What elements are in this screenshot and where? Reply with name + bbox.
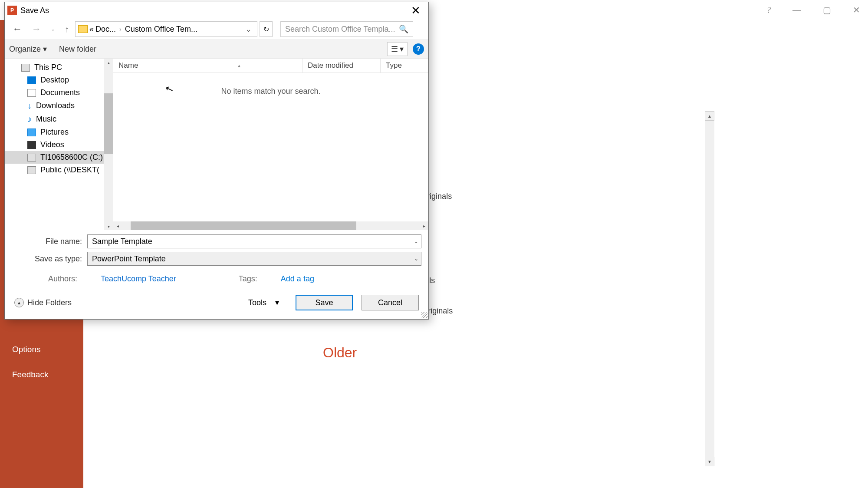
tree-label: Music: [36, 115, 56, 124]
sidebar-item-options[interactable]: Options: [0, 337, 83, 362]
help-icon[interactable]: ?: [762, 3, 775, 18]
screen: tion - PowerPoint ? — ▢ ✕ TeachUcomp Tea…: [0, 0, 868, 488]
cancel-button[interactable]: Cancel: [362, 295, 419, 310]
dialog-toolbar: Organize ▾ New folder ☰ ▾ ?: [5, 40, 428, 59]
save-type-row: Save as type: PowerPoint Template ⌄: [20, 252, 421, 266]
music-icon: ♪: [27, 114, 32, 124]
chevron-down-icon[interactable]: ⌄: [414, 238, 418, 244]
scroll-up-icon[interactable]: ▴: [104, 59, 113, 66]
sidebar-item-feedback[interactable]: Feedback: [0, 362, 83, 387]
breadcrumb-part-2[interactable]: Custom Office Tem...: [125, 25, 197, 34]
scroll-left-icon[interactable]: ◂: [113, 224, 122, 228]
search-icon[interactable]: 🔍: [399, 24, 408, 34]
tree-label: Public (\\DESKT(: [40, 165, 99, 175]
chevron-down-icon[interactable]: ⌄: [414, 256, 418, 262]
empty-message: No items match your search.: [113, 73, 428, 110]
refresh-button[interactable]: ↻: [260, 21, 273, 37]
col-header-type[interactable]: Type: [381, 59, 428, 73]
videos-icon: [27, 141, 36, 149]
tools-dropdown[interactable]: Tools ▾: [240, 295, 287, 310]
chevron-down-icon: ▾: [275, 298, 279, 307]
col-header-name[interactable]: Name ▴: [113, 59, 302, 73]
pictures-icon: [27, 129, 36, 136]
scroll-down-icon[interactable]: ▼: [705, 457, 714, 466]
powerpoint-icon: P: [7, 6, 17, 15]
pc-icon: [21, 64, 30, 72]
organize-button[interactable]: Organize ▾: [9, 44, 47, 54]
nav-back-button[interactable]: ←: [9, 22, 26, 36]
tree-item-videos[interactable]: Videos: [5, 138, 113, 151]
tree-item-documents[interactable]: Documents: [5, 86, 113, 99]
sort-ascending-icon: ▴: [238, 63, 240, 69]
nav-forward-button[interactable]: →: [28, 22, 45, 36]
drive-icon: [27, 154, 36, 162]
view-mode-button[interactable]: ☰ ▾: [387, 42, 408, 56]
authors-label: Authors:: [48, 274, 77, 284]
save-type-select[interactable]: PowerPoint Template ⌄: [87, 252, 421, 266]
col-header-date[interactable]: Date modified: [302, 59, 381, 73]
tree-item-network-public[interactable]: Public (\\DESKT( ⌄: [5, 164, 113, 176]
folder-tree[interactable]: This PC Desktop Documents ↓ Downloads ♪ …: [5, 59, 113, 230]
scroll-up-icon[interactable]: ▲: [705, 111, 714, 121]
tree-item-pictures[interactable]: Pictures: [5, 126, 113, 138]
window-controls: ? — ▢ ✕: [762, 2, 865, 18]
dialog-close-button[interactable]: ✕: [406, 4, 426, 17]
nav-up-button[interactable]: ↑: [61, 23, 72, 36]
address-bar[interactable]: « Doc... › Custom Office Tem... ⌄: [75, 21, 257, 37]
chevron-right-icon: ›: [118, 26, 123, 33]
scroll-down-icon[interactable]: ▾: [104, 222, 113, 230]
tree-scrollbar[interactable]: ▴ ▾: [104, 59, 113, 230]
search-placeholder: Search Custom Office Templa...: [285, 25, 395, 34]
file-name-input[interactable]: Sample Template ⌄: [87, 234, 421, 248]
dialog-title: Save As: [20, 6, 49, 15]
breadcrumb-part-1[interactable]: Doc...: [95, 25, 116, 34]
scrollbar-vertical[interactable]: ▲ ▼: [705, 111, 714, 466]
search-input[interactable]: Search Custom Office Templa... 🔍: [280, 21, 413, 37]
tree-item-music[interactable]: ♪ Music: [5, 112, 113, 126]
scrollbar-thumb[interactable]: [131, 221, 356, 230]
save-button[interactable]: Save: [296, 295, 353, 310]
list-hscrollbar[interactable]: ◂ ▸: [113, 221, 428, 230]
save-type-label: Save as type:: [20, 254, 87, 264]
list-view-icon: ☰: [391, 44, 398, 54]
tree-label: Downloads: [36, 101, 75, 110]
nav-history-dropdown[interactable]: ⌄: [47, 24, 59, 34]
minimize-button[interactable]: —: [788, 3, 806, 18]
tree-label: TI10658600C (C:): [40, 153, 103, 162]
tags-label: Tags:: [239, 274, 257, 284]
dialog-navbar: ← → ⌄ ↑ « Doc... › Custom Office Tem... …: [5, 19, 428, 40]
new-folder-button[interactable]: New folder: [59, 45, 96, 54]
downloads-icon: ↓: [27, 101, 32, 111]
scrollbar-thumb[interactable]: [104, 93, 113, 154]
address-dropdown-icon[interactable]: ⌄: [243, 24, 254, 34]
close-button[interactable]: ✕: [848, 2, 865, 18]
documents-icon: [27, 89, 36, 97]
tree-item-thispc[interactable]: This PC: [5, 61, 113, 74]
dialog-content: This PC Desktop Documents ↓ Downloads ♪ …: [5, 59, 428, 230]
list-header: Name ▴ Date modified Type: [113, 59, 428, 73]
folder-icon: [78, 25, 88, 33]
help-button[interactable]: ?: [413, 43, 424, 55]
tree-label: Videos: [40, 140, 64, 149]
authors-value[interactable]: TeachUcomp Teacher: [101, 274, 176, 284]
file-name-label: File name:: [20, 237, 87, 246]
hide-folders-toggle[interactable]: ▴ Hide Folders: [14, 298, 72, 307]
tree-item-drive-c[interactable]: TI10658600C (C:): [5, 151, 113, 164]
file-list-panel: Name ▴ Date modified Type No items match…: [113, 59, 428, 230]
tree-item-downloads[interactable]: ↓ Downloads: [5, 99, 113, 112]
tree-item-desktop[interactable]: Desktop: [5, 74, 113, 86]
desktop-icon: [27, 76, 36, 84]
dialog-inputs: File name: Sample Template ⌄ Save as typ…: [5, 230, 428, 272]
scroll-right-icon[interactable]: ▸: [420, 224, 428, 228]
chevron-down-icon: ▾: [400, 44, 404, 54]
tree-label: Desktop: [40, 76, 69, 85]
file-list-body[interactable]: No items match your search. ↖: [113, 73, 428, 221]
dialog-button-bar: ▴ Hide Folders Tools ▾ Save Cancel: [5, 286, 428, 319]
resize-grip[interactable]: [421, 312, 427, 318]
tree-label: Pictures: [40, 128, 69, 137]
maximize-button[interactable]: ▢: [819, 2, 835, 18]
file-name-row: File name: Sample Template ⌄: [20, 234, 421, 248]
older-heading: Older: [323, 345, 357, 361]
dialog-titlebar: P Save As ✕: [5, 2, 428, 19]
add-tag-link[interactable]: Add a tag: [281, 274, 314, 284]
